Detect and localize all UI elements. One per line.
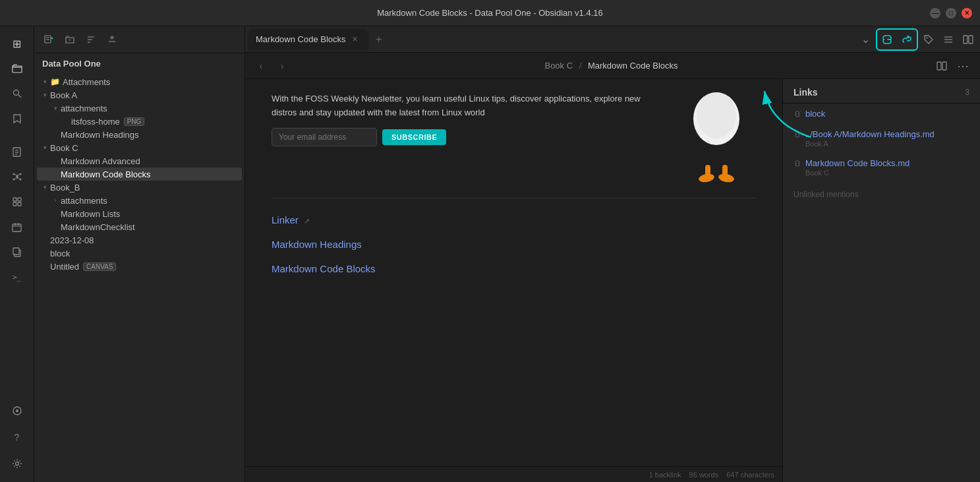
spacer — [50, 208, 61, 219]
tree-item-markdown-headings-a[interactable]: Markdown Headings — [37, 128, 242, 141]
sidebar-toggle-icon[interactable]: ⊞ — [5, 32, 29, 55]
tree-item-markdown-advanced[interactable]: Markdown Advanced — [37, 154, 242, 167]
backlinks-count: 1 backlink — [649, 471, 681, 479]
svg-rect-17 — [18, 198, 21, 201]
linker-link[interactable]: Linker — [272, 214, 299, 226]
back-button[interactable]: ‹ — [253, 58, 269, 74]
close-button[interactable]: ✕ — [962, 8, 972, 18]
link-buttons-group — [876, 28, 918, 51]
link-item-block[interactable]: block — [783, 104, 980, 124]
window-title: Markdown Code Blocks - Data Pool One - O… — [377, 8, 603, 18]
markdown-code-blocks-link[interactable]: Markdown Code Blocks — [272, 263, 376, 274]
spacer — [50, 222, 61, 232]
window-controls: — □ ✕ — [930, 8, 972, 18]
spacer — [40, 248, 50, 258]
tree-item-itsfoss-home[interactable]: itsfoss-home PNG — [37, 115, 242, 128]
properties-button[interactable] — [939, 30, 958, 49]
settings-icon[interactable] — [5, 452, 29, 475]
collapse-all-button[interactable] — [103, 30, 121, 49]
linker-link-section: Linker ↗ — [272, 214, 756, 226]
subscribe-button[interactable]: SUBSCRIBE — [382, 129, 446, 145]
svg-point-7 — [16, 175, 18, 178]
tree-item-book-a-attachments[interactable]: ▾ attachments — [37, 102, 242, 115]
more-options-button[interactable]: ⋯ — [954, 57, 972, 75]
search-icon[interactable] — [5, 82, 29, 105]
svg-rect-16 — [13, 198, 16, 201]
tree-item-block[interactable]: block — [37, 247, 242, 260]
new-note-button[interactable] — [40, 30, 58, 49]
title-bar: Markdown Code Blocks - Data Pool One - O… — [0, 0, 980, 26]
maximize-button[interactable]: □ — [946, 8, 956, 18]
svg-rect-46 — [937, 62, 941, 70]
add-tab-button[interactable]: + — [370, 30, 388, 49]
svg-rect-20 — [13, 224, 21, 231]
content-wrapper: With the FOSS Weekly Newsletter, you lea… — [245, 79, 782, 482]
markdown-headings-link[interactable]: Markdown Headings — [272, 239, 362, 250]
spacer — [50, 156, 61, 166]
split-view-button[interactable] — [959, 30, 977, 49]
copy-icon[interactable] — [5, 240, 29, 264]
svg-rect-47 — [942, 62, 946, 70]
newsletter-section: With the FOSS Weekly Newsletter, you lea… — [272, 92, 756, 198]
publish-icon[interactable] — [5, 399, 29, 423]
link-item-markdown-headings[interactable]: ../Book A/Markdown Headings.md Book A — [783, 124, 980, 153]
forward-button[interactable]: › — [274, 58, 290, 74]
tree-item-date-note[interactable]: 2023-12-08 — [37, 233, 242, 247]
header-right: ⋯ — [933, 57, 972, 75]
tree-item-attachments[interactable]: ▾ 📁 Attachments — [37, 75, 242, 88]
unlinked-mentions-section: Unlinked mentions — [783, 182, 980, 202]
links-count: 3 — [965, 88, 969, 97]
calendar-icon[interactable] — [5, 215, 29, 239]
markdown-headings-link-section: Markdown Headings — [272, 239, 756, 250]
terminal-icon[interactable]: >_ — [5, 265, 29, 289]
folder-icon[interactable] — [5, 57, 29, 80]
tree-item-book-c[interactable]: ▾ Book C — [37, 141, 242, 154]
tree-item-book-b[interactable]: ▾ Book_B — [37, 181, 242, 194]
expand-arrow: ▾ — [50, 103, 61, 113]
canvas-icon[interactable] — [5, 190, 29, 214]
svg-rect-53 — [722, 165, 728, 179]
svg-rect-45 — [969, 36, 973, 44]
right-panel-header: Links 3 — [783, 79, 980, 104]
expand-arrow: ▾ — [40, 76, 50, 87]
reading-mode-button[interactable] — [933, 57, 951, 75]
icon-ribbon: ⊞ >_ — [0, 26, 34, 482]
expand-arrow: ▾ — [40, 182, 50, 193]
help-icon[interactable]: ? — [5, 425, 29, 449]
right-panel-title: Links — [793, 87, 965, 98]
tab-markdown-code-blocks[interactable]: Markdown Code Blocks ✕ — [248, 29, 368, 50]
content-header: ‹ › Book C / Markdown Code Blocks ⋯ — [245, 53, 980, 79]
link-item-markdown-code-blocks[interactable]: Markdown Code Blocks.md Book C — [783, 153, 980, 182]
tree-item-untitled[interactable]: Untitled CANVAS — [37, 260, 242, 273]
tree-item-book-b-attachments[interactable]: › attachments — [37, 194, 242, 207]
link-name: ../Book A/Markdown Headings.md — [793, 129, 969, 139]
spacer — [40, 235, 50, 245]
bookmark-icon[interactable] — [5, 107, 29, 131]
tag-button[interactable] — [919, 30, 938, 49]
markdown-code-blocks-link-section: Markdown Code Blocks — [272, 263, 756, 274]
sort-button[interactable] — [82, 30, 100, 49]
outgoing-links-button[interactable] — [898, 30, 916, 49]
backlinks-button[interactable] — [878, 30, 896, 49]
link-sub: Book A — [805, 140, 969, 148]
tree-item-markdown-checklist[interactable]: MarkdownChecklist — [37, 220, 242, 233]
spacer — [40, 261, 50, 272]
status-bar: 1 backlink 96 words 647 characters — [245, 466, 782, 482]
tab-close-button[interactable]: ✕ — [350, 34, 360, 45]
new-note-icon[interactable] — [5, 140, 29, 164]
svg-point-40 — [927, 37, 928, 38]
sidebar-toolbar: + — [34, 26, 245, 53]
tree-item-markdown-lists[interactable]: Markdown Lists — [37, 207, 242, 220]
minimize-button[interactable]: — — [930, 8, 940, 18]
svg-point-1 — [13, 90, 18, 96]
tree-item-markdown-code-blocks[interactable]: Markdown Code Blocks — [37, 167, 242, 181]
breadcrumb-parent[interactable]: Book C — [544, 61, 573, 71]
tab-dropdown-button[interactable]: ⌄ — [856, 30, 875, 49]
tree-item-book-a[interactable]: ▾ Book A — [37, 88, 242, 102]
breadcrumb-current: Markdown Code Blocks — [588, 61, 678, 71]
new-folder-button[interactable]: + — [61, 30, 79, 49]
email-input[interactable] — [272, 128, 377, 146]
svg-line-2 — [18, 95, 21, 98]
graph-icon[interactable] — [5, 165, 29, 189]
link-name: Markdown Code Blocks.md — [793, 158, 969, 168]
